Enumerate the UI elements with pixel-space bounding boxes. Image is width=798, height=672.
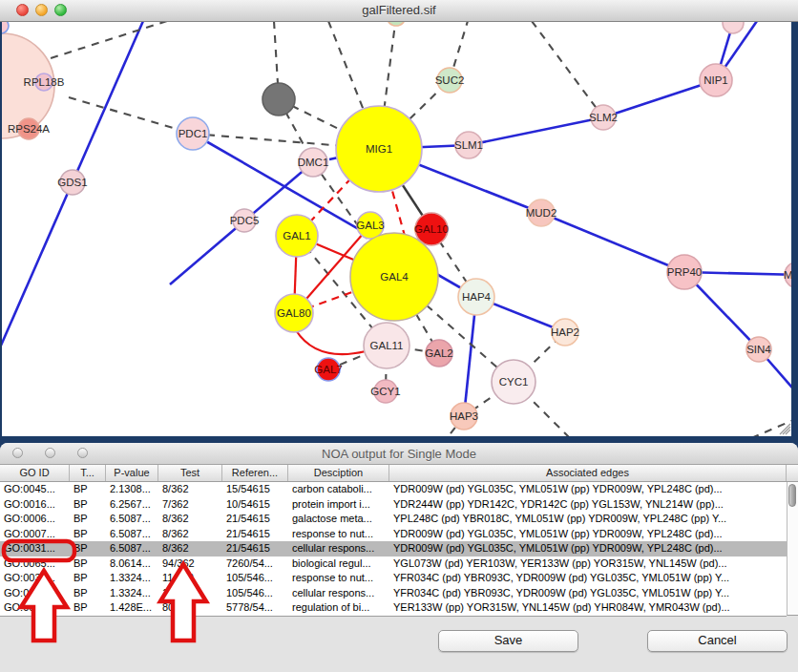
node-label-PDC1: PDC1 <box>178 128 208 139</box>
edge-dash <box>532 21 603 117</box>
cell-go: GO:0045... <box>0 482 70 497</box>
cell-p: 1.3324... <box>106 571 158 586</box>
node-label-HAP4: HAP4 <box>462 291 492 303</box>
cell-test: 94/362 <box>158 556 222 572</box>
network-nodes: RPL18BRPS24AGDS1PDC1DMC1MIG1SUC2SLM1SLM2… <box>2 21 791 430</box>
column-header-p[interactable]: P-value <box>106 465 158 481</box>
table-body: GO:0045...BP2.1308...8/36215/54615carbon… <box>0 482 787 617</box>
cell-p: 6.2567... <box>106 497 158 513</box>
scrollbar-thumb[interactable] <box>788 484 796 507</box>
cell-desc: protein import i... <box>288 497 389 513</box>
node-label-GAL3: GAL3 <box>356 220 384 231</box>
cell-go: GO:0031... <box>0 571 70 586</box>
cell-edges: YFR034C (pd) YBR093C, YDR009W (pd) YGL03… <box>389 571 787 586</box>
table-row[interactable]: GO:0006...BP6.5087...8/36221/54615galact… <box>0 512 787 527</box>
edge-red <box>296 330 366 354</box>
node-label-SLM2: SLM2 <box>589 112 618 123</box>
cell-t: BP <box>70 527 106 542</box>
cell-test: 80/362 <box>158 600 222 616</box>
noa-window-title: NOA output for Single Mode <box>0 443 798 464</box>
cell-go: GO:0031... <box>0 541 70 556</box>
cell-desc: response to nut... <box>288 571 389 586</box>
node-label-GAL1: GAL1 <box>283 230 310 242</box>
table-row[interactable]: GO:0065...BP8.0614...94/3627260/54...bio… <box>0 556 787 572</box>
node-label-SIN4: SIN4 <box>746 344 771 355</box>
cell-t: BP <box>70 600 106 616</box>
cell-edges: YER133W (pp) YOR315W, YNL145W (pd) YHR08… <box>389 600 787 616</box>
column-header-ref[interactable]: Referen... <box>222 465 288 481</box>
edge-blue <box>469 117 603 145</box>
save-button[interactable]: Save <box>438 630 578 652</box>
node-label-SUC2: SUC2 <box>435 74 465 86</box>
node-unlabeled[interactable] <box>2 21 9 33</box>
node-label-NIP1: NIP1 <box>704 74 728 86</box>
edge-blue <box>541 213 684 272</box>
cell-edges: YPL248C (pd) YBR018C, YML051W (pp) YDR00… <box>389 512 787 527</box>
table-header: GO IDT...P-valueTestReferen...Desciption… <box>0 465 798 482</box>
cell-desc: biological regul... <box>288 556 389 572</box>
cell-test: 8/362 <box>158 541 222 556</box>
cell-p: 1.428E... <box>106 600 158 616</box>
cell-p: 6.5087... <box>106 527 158 542</box>
table-row[interactable]: GO:0031...BP6.5087...8/36221/54615cellul… <box>0 541 787 556</box>
cell-ref: 21/54615 <box>222 527 288 542</box>
column-header-corner <box>787 465 798 481</box>
network-svg: RPL18BRPS24AGDS1PDC1DMC1MIG1SUC2SLM1SLM2… <box>2 21 791 436</box>
cell-desc: cellular respons... <box>288 541 389 556</box>
table-row[interactable]: GO:0031...BP1.3324...11/362105/546...res… <box>0 571 787 586</box>
noa-window-titlebar: NOA output for Single Mode <box>0 443 798 465</box>
table-row[interactable]: GO:0045...BP2.1308...8/36215/54615carbon… <box>0 482 787 497</box>
cell-test: 8/362 <box>158 512 222 527</box>
cell-test: 11/362 <box>158 571 222 586</box>
cell-t: BP <box>70 571 106 586</box>
vertical-scrollbar[interactable] <box>787 482 798 616</box>
cell-go: GO:0031... <box>0 586 70 601</box>
node-label-GAL80: GAL80 <box>277 307 311 319</box>
node-label-GCY1: GCY1 <box>370 386 400 397</box>
node-label-RPS24A: RPS24A <box>8 123 50 135</box>
cell-go: GO:0006... <box>0 512 70 527</box>
cell-ref: 105/546... <box>222 571 288 586</box>
cancel-button[interactable]: Cancel <box>647 630 788 652</box>
node-label-GAL7: GAL7 <box>314 364 342 375</box>
column-header-edges[interactable]: Associated edges <box>389 465 787 481</box>
cell-p: 2.1308... <box>106 482 158 497</box>
cell-ref: 7260/54... <box>222 556 288 572</box>
column-header-test[interactable]: Test <box>158 465 222 481</box>
cell-t: BP <box>70 541 106 556</box>
cell-t: BP <box>70 482 106 497</box>
node-unlabeled[interactable] <box>723 21 744 33</box>
node-label-PDC5: PDC5 <box>230 215 260 226</box>
noa-output-window: NOA output for Single Mode GO IDT...P-va… <box>0 443 798 672</box>
edge-dash <box>69 97 193 134</box>
node-unlabeled[interactable] <box>262 83 295 116</box>
table-row[interactable]: GO:0007...BP6.5087...8/36221/54615respon… <box>0 527 787 542</box>
cell-desc: regulation of bi... <box>288 600 389 616</box>
cell-go: GO:0016... <box>0 497 70 513</box>
node-label-RPL18B: RPL18B <box>24 76 65 88</box>
cell-edges: YDR009W (pd) YGL035C, YML051W (pp) YDR00… <box>389 541 787 556</box>
cell-test: 8/362 <box>158 527 222 542</box>
node-label-DMC1: DMC1 <box>298 157 329 168</box>
table-row[interactable]: GO:0016...BP6.2567...7/36210/54615protei… <box>0 497 787 513</box>
node-label-SLM1: SLM1 <box>454 139 483 151</box>
cell-edges: YDR009W (pd) YGL035C, YML051W (pp) YDR00… <box>389 527 787 542</box>
cell-go: GO:0007... <box>0 527 70 542</box>
cell-ref: 10/54615 <box>222 497 288 513</box>
column-header-t[interactable]: T... <box>70 465 106 481</box>
cell-t: BP <box>70 586 106 601</box>
table-row[interactable]: GO:0050...BP1.428E...80/3625778/54...reg… <box>0 600 787 616</box>
node-label-HAP3: HAP3 <box>450 410 478 422</box>
cell-ref: 5778/54... <box>222 600 288 616</box>
node-label-CYC1: CYC1 <box>499 376 529 388</box>
network-canvas[interactable]: RPL18BRPS24AGDS1PDC1DMC1MIG1SUC2SLM1SLM2… <box>2 21 791 436</box>
column-header-desc[interactable]: Desciption <box>288 465 389 481</box>
cell-desc: response to nut... <box>288 527 389 542</box>
cell-p: 8.0614... <box>106 556 158 572</box>
column-header-go[interactable]: GO ID <box>0 465 70 481</box>
table-row[interactable]: GO:0031...BP1.3324...11/362105/546...cel… <box>0 586 787 601</box>
node-label-MUD2: MUD2 <box>526 207 557 219</box>
cell-edges: YDR009W (pd) YGL035C, YML051W (pp) YDR00… <box>389 482 787 497</box>
top-window-titlebar: galFiltered.sif <box>0 0 798 22</box>
cell-go: GO:0065... <box>0 556 70 572</box>
